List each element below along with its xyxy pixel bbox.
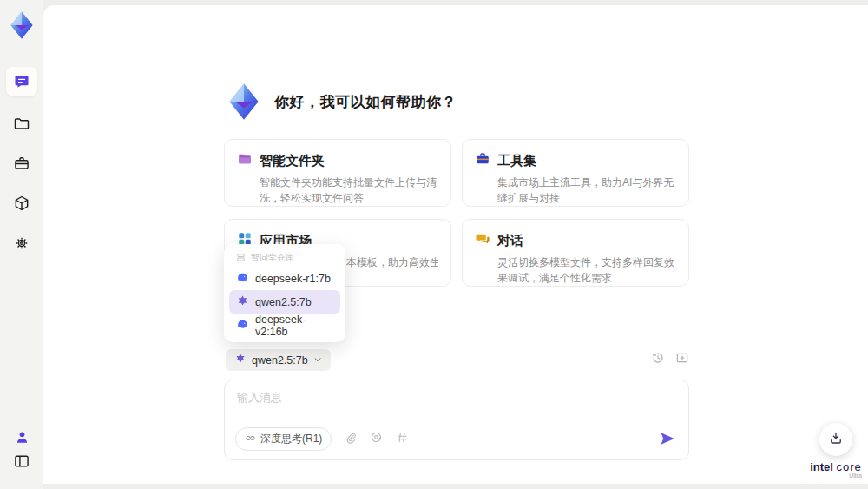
new-chat-window-icon[interactable]	[675, 351, 689, 365]
mention-icon[interactable]	[370, 431, 383, 447]
model-option-deepseek-v2[interactable]: deepseek-v2:16b	[229, 314, 340, 337]
attachment-icon[interactable]	[345, 432, 357, 447]
sidebar-item-toolkit[interactable]	[6, 149, 37, 178]
model-dropdown: 智问学仓库 deepseek-r1:7b qwen2.5:7b deepseek…	[224, 244, 345, 342]
folder-icon	[13, 115, 30, 132]
send-button[interactable]	[659, 430, 676, 451]
model-option-deepseek-r1[interactable]: deepseek-r1:7b	[229, 267, 340, 290]
model-option-label: deepseek-v2:16b	[255, 314, 333, 338]
model-option-label: qwen2.5:7b	[255, 296, 312, 308]
card-title: 工具集	[497, 153, 536, 169]
sidebar	[0, 0, 43, 489]
card-smart-folder[interactable]: 智能文件夹 智能文件夹功能支持批量文件上传与清洗，轻松实现文件问答	[224, 139, 451, 207]
sidebar-item-collapse-panel[interactable]	[6, 446, 37, 476]
qwen-icon	[236, 294, 249, 310]
gear-icon	[13, 235, 30, 252]
model-option-qwen[interactable]: qwen2.5:7b	[229, 290, 340, 314]
model-dropdown-header-label: 智问学仓库	[251, 252, 294, 264]
selected-model-label: qwen2.5:7b	[252, 354, 308, 367]
model-selector-button[interactable]: qwen2.5:7b	[226, 349, 331, 371]
card-title: 对话	[497, 233, 523, 249]
card-desc: 集成市场上主流工具，助力AI与外界无缝扩展与对接	[497, 175, 676, 206]
download-button[interactable]	[819, 423, 852, 456]
panel-layout-icon	[13, 453, 30, 470]
assistant-logo-icon	[222, 80, 266, 123]
sidebar-item-settings[interactable]	[6, 228, 37, 258]
model-option-label: deepseek-r1:7b	[255, 273, 331, 285]
card-desc-partial: 本模板，助力高效生成多	[346, 254, 438, 270]
deepseek-icon	[236, 318, 249, 334]
intel-variant-text: Ultra	[801, 472, 868, 479]
message-composer[interactable]: 输入消息 深度思考(R1)	[224, 380, 689, 460]
intel-core-badge: intel core Ultra	[801, 460, 868, 479]
chat-bubble-icon	[13, 73, 30, 90]
qwen-icon	[234, 353, 247, 367]
smart-folder-icon	[237, 151, 253, 170]
download-icon	[828, 430, 844, 449]
sidebar-item-apps[interactable]	[6, 188, 37, 218]
briefcase-icon	[13, 155, 30, 172]
intel-brand-text: intel	[810, 460, 833, 473]
card-title: 智能文件夹	[260, 153, 325, 169]
card-desc: 智能文件夹功能支持批量文件上传与清洗，轻松实现文件问答	[260, 175, 438, 206]
greeting-text: 你好，我可以如何帮助你？	[274, 92, 457, 112]
sidebar-item-chat[interactable]	[6, 67, 37, 96]
deep-think-label: 深度思考(R1)	[260, 432, 322, 446]
card-conversation[interactable]: 对话 灵活切换多模型文件，支持多样回复效果调试，满足个性化需求	[462, 219, 689, 287]
main-panel: 你好，我可以如何帮助你？ 智能文件夹 智能文件夹功能支持批量文件上传与清洗，轻松…	[43, 5, 868, 484]
chevron-down-icon	[313, 354, 322, 367]
sidebar-item-folders[interactable]	[6, 109, 37, 138]
app-logo	[5, 9, 38, 42]
card-toolkit[interactable]: 工具集 集成市场上主流工具，助力AI与外界无缝扩展与对接	[462, 139, 689, 207]
composer-placeholder: 输入消息	[237, 390, 282, 406]
deepseek-icon	[236, 271, 249, 287]
history-icon[interactable]	[651, 351, 665, 365]
chat-actions	[651, 351, 689, 365]
cube-icon	[13, 195, 30, 212]
repository-icon	[236, 253, 246, 264]
card-desc: 灵活切换多模型文件，支持多样回复效果调试，满足个性化需求	[497, 254, 676, 286]
deep-think-toggle[interactable]: 深度思考(R1)	[235, 427, 332, 451]
intel-product-text: core	[837, 460, 862, 473]
toolkit-icon	[475, 151, 490, 170]
composer-toolbar: 深度思考(R1)	[235, 427, 408, 451]
conversation-icon	[475, 231, 490, 250]
grid-tag-icon[interactable]	[396, 432, 408, 447]
deep-think-icon	[245, 433, 256, 446]
greeting: 你好，我可以如何帮助你？	[222, 80, 457, 123]
model-dropdown-header: 智问学仓库	[229, 249, 340, 267]
user-icon	[14, 429, 30, 446]
